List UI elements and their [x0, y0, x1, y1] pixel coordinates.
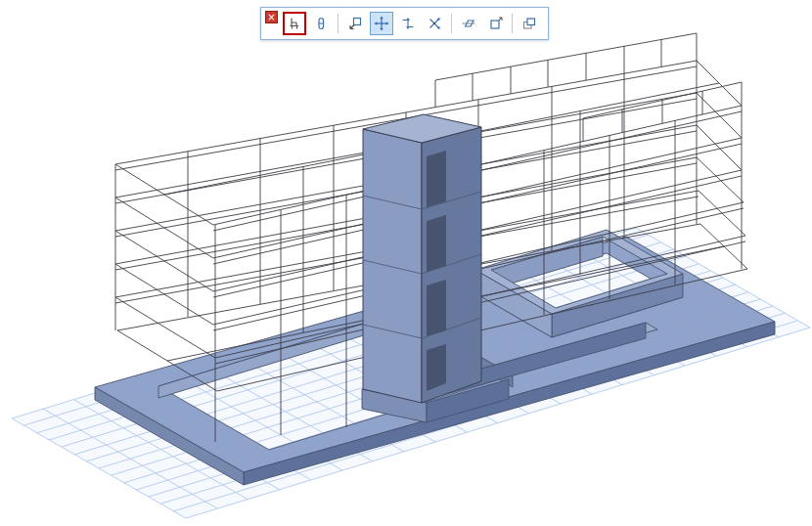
tool-rotate[interactable] [423, 12, 446, 35]
toolbar-divider [512, 14, 513, 33]
move-arrows-icon [374, 16, 389, 31]
tool-offset-box[interactable] [483, 12, 507, 35]
box-cursor-icon [347, 16, 363, 31]
core-tower[interactable] [363, 114, 481, 403]
offset-box-icon [487, 16, 503, 31]
chair-icon [287, 16, 302, 31]
parallelogram-icon [461, 16, 476, 31]
tool-multiply[interactable] [518, 12, 541, 35]
toolbar-divider [338, 14, 338, 33]
close-button[interactable]: × [265, 11, 278, 23]
multiply-rects-icon [521, 16, 537, 31]
tool-elevate-column[interactable] [309, 12, 333, 35]
tool-drag-box[interactable] [343, 12, 367, 35]
application-window: × [0, 0, 812, 526]
column-capsule-icon [313, 16, 329, 31]
tool-stretch[interactable] [396, 12, 420, 35]
tool-drag-element[interactable] [283, 12, 306, 35]
viewport-3d[interactable] [0, 0, 812, 526]
floating-toolbar: × [260, 7, 549, 40]
tool-skew[interactable] [457, 12, 480, 35]
stretch-arrows-icon [400, 16, 416, 31]
toolbar-divider [451, 14, 452, 33]
tool-move[interactable] [370, 12, 393, 35]
rotate-cross-icon [427, 16, 442, 31]
